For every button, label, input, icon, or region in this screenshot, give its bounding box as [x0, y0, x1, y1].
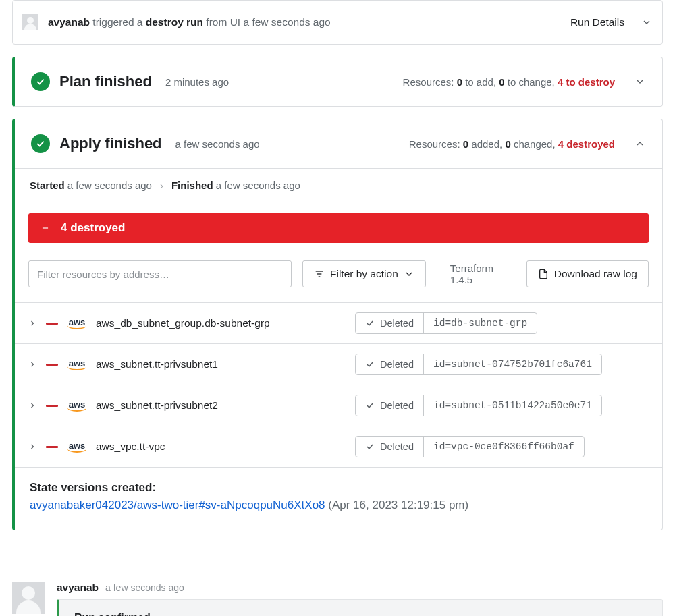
destroy-icon — [46, 405, 58, 407]
resource-address: aws_subnet.tt-privsubnet1 — [96, 358, 346, 370]
state-versions-title: State versions created: — [30, 481, 647, 495]
resource-address: aws_vpc.tt-vpc — [96, 441, 346, 453]
plan-card: Plan finished 2 minutes ago Resources: 0… — [12, 57, 663, 107]
resource-toolbar: Filter by action Terraform 1.4.5 Downloa… — [15, 254, 662, 302]
resource-status-pill: Deleted id=subnet-0511b1422a50e0e71 — [355, 395, 602, 416]
resource-id: id=subnet-074752b701fc6a761 — [423, 354, 601, 374]
resource-status: Deleted — [380, 318, 414, 329]
resource-row[interactable]: aws aws_db_subnet_group.db-subnet-grp De… — [15, 303, 662, 344]
minus-icon — [39, 222, 51, 234]
state-version-date: (Apr 16, 2023 12:19:15 pm) — [328, 499, 468, 511]
chevron-down-icon[interactable] — [634, 76, 646, 88]
run-details-label[interactable]: Run Details — [570, 16, 624, 28]
chevron-right-icon — [28, 359, 36, 370]
resource-status: Deleted — [380, 441, 414, 452]
aws-provider-icon: aws — [68, 318, 86, 329]
state-versions: State versions created: avyanabaker04202… — [15, 468, 662, 530]
apply-timestamp: a few seconds ago — [176, 138, 260, 150]
check-icon — [31, 72, 50, 91]
resource-address: aws_subnet.tt-privsubnet2 — [96, 399, 346, 412]
aws-provider-icon: aws — [68, 400, 86, 412]
destroy-icon — [46, 446, 58, 448]
resource-row[interactable]: aws aws_subnet.tt-privsubnet2 Deleted id… — [15, 385, 662, 426]
run-trigger-row[interactable]: avyanab triggered a destroy run from UI … — [13, 1, 662, 44]
run-trigger-card: avyanab triggered a destroy run from UI … — [12, 0, 663, 45]
resource-address: aws_db_subnet_group.db-subnet-grp — [96, 317, 346, 329]
plan-summary: Resources: 0 to add, 0 to change, 4 to d… — [403, 76, 615, 88]
breadcrumb-separator: › — [160, 179, 163, 191]
resource-list: aws aws_db_subnet_group.db-subnet-grp De… — [15, 302, 662, 468]
terraform-version: Terraform 1.4.5 — [450, 262, 516, 285]
resource-status: Deleted — [380, 400, 414, 411]
apply-title: Apply finished — [59, 135, 162, 152]
run-confirmed-box: Run confirmed — [57, 599, 663, 616]
chevron-down-icon — [404, 269, 414, 279]
destroy-banner-wrap: 4 destroyed — [15, 202, 662, 254]
aws-provider-icon: aws — [68, 441, 86, 453]
apply-summary: Resources: 0 added, 0 changed, 4 destroy… — [409, 138, 615, 150]
resource-id: id=db-subnet-grp — [423, 313, 537, 333]
run-comment: avyanab a few seconds ago Run confirmed — [0, 582, 675, 616]
user-avatar — [22, 14, 38, 30]
apply-card: Apply finished a few seconds ago Resourc… — [12, 119, 663, 530]
resource-row[interactable]: aws aws_vpc.tt-vpc Deleted id=vpc-0ce0f8… — [15, 426, 662, 468]
plan-timestamp: 2 minutes ago — [165, 76, 229, 88]
user-avatar — [12, 582, 45, 614]
destroy-banner[interactable]: 4 destroyed — [28, 213, 649, 243]
state-version-link[interactable]: avyanabaker042023/aws-two-tier#sv-aNpcoq… — [30, 499, 325, 511]
resource-status-pill: Deleted id=vpc-0ce0f8366ff66b0af — [355, 436, 585, 457]
apply-header[interactable]: Apply finished a few seconds ago Resourc… — [15, 119, 662, 168]
chevron-up-icon[interactable] — [634, 138, 646, 150]
resource-id: id=vpc-0ce0f8366ff66b0af — [423, 437, 584, 457]
resource-status: Deleted — [380, 359, 414, 370]
chevron-right-icon — [28, 400, 36, 412]
chevron-right-icon — [28, 441, 36, 453]
destroy-icon — [46, 364, 58, 366]
resource-id: id=subnet-0511b1422a50e0e71 — [423, 395, 601, 416]
apply-timeline: Started a few seconds ago › Finished a f… — [15, 168, 662, 202]
check-icon — [31, 134, 50, 153]
destroy-banner-label: 4 destroyed — [61, 221, 125, 235]
plan-header[interactable]: Plan finished 2 minutes ago Resources: 0… — [15, 57, 662, 106]
filter-by-action-button[interactable]: Filter by action — [302, 260, 426, 287]
resource-status-pill: Deleted id=db-subnet-grp — [355, 312, 537, 334]
plan-title: Plan finished — [59, 73, 152, 90]
download-raw-log-button[interactable]: Download raw log — [526, 260, 649, 287]
filter-input[interactable] — [28, 260, 292, 287]
comment-timestamp: a few seconds ago — [105, 582, 184, 593]
aws-provider-icon: aws — [68, 359, 86, 370]
destroy-icon — [46, 323, 58, 325]
chevron-right-icon — [28, 318, 36, 329]
trigger-text: avyanab triggered a destroy run from UI … — [48, 16, 561, 28]
resource-status-pill: Deleted id=subnet-074752b701fc6a761 — [355, 354, 602, 375]
resource-row[interactable]: aws aws_subnet.tt-privsubnet1 Deleted id… — [15, 344, 662, 385]
chevron-down-icon[interactable] — [641, 16, 653, 28]
comment-user: avyanab — [57, 582, 99, 594]
